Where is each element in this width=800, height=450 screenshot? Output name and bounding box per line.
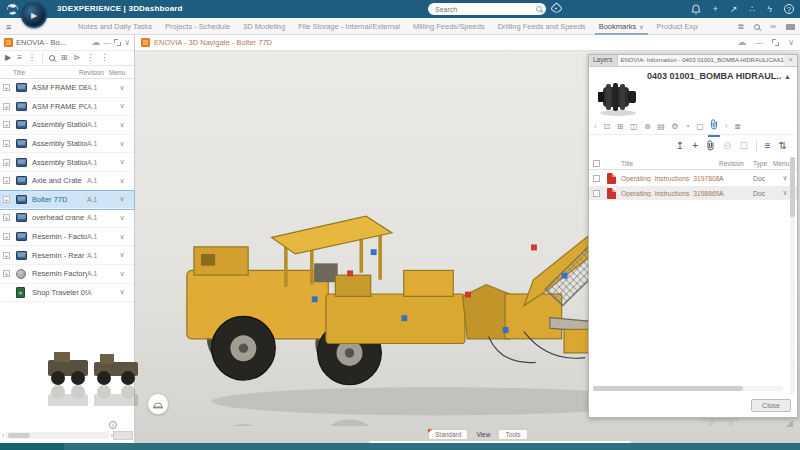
tab-drilling-feeds[interactable]: Drilling Feeds and Speeds xyxy=(498,18,586,35)
expand-icon[interactable]: + xyxy=(3,103,10,110)
table-row[interactable]: + Assembly Station ... A.1 ∨ xyxy=(0,135,134,154)
play-icon[interactable]: ▶ xyxy=(5,54,11,62)
panel-resize-handle[interactable] xyxy=(786,420,793,427)
chat-icon[interactable] xyxy=(786,24,795,30)
tab-tools[interactable]: Tools xyxy=(498,429,527,440)
table-row[interactable]: + Assembly Station ... A.1 ∨ xyxy=(0,153,134,172)
search-input[interactable] xyxy=(435,6,536,13)
expand-icon[interactable]: + xyxy=(3,252,10,259)
table-row[interactable]: Operating_Instructions_31988695 A Doc ∨ xyxy=(589,186,797,200)
tab-file-storage[interactable]: File Storage - Internal/External xyxy=(298,18,400,35)
row-menu-icon[interactable]: ∨ xyxy=(113,102,131,110)
more-icon[interactable]: ⋮ xyxy=(28,54,36,62)
table-row[interactable]: + overhead crane A.1 ∨ xyxy=(0,209,134,228)
minimize-icon[interactable]: — xyxy=(755,39,763,47)
reader-icon[interactable]: ∞ xyxy=(770,22,776,31)
axes-icon[interactable]: ⊛ xyxy=(644,123,651,131)
more-icon[interactable]: ⋮ xyxy=(86,54,94,62)
expand-icon[interactable]: + xyxy=(3,177,10,184)
tab-3d-modeling[interactable]: 3D Modeling xyxy=(243,18,285,35)
attachments-paperclip-icon[interactable] xyxy=(710,119,718,134)
table-row[interactable]: Operating_Instructions_31978088 A Doc ∨ xyxy=(589,171,797,185)
tab-layers[interactable]: Layers xyxy=(589,55,618,66)
table-row[interactable]: + Assembly Station ... A.1 ∨ xyxy=(0,116,134,135)
add-icon[interactable]: + xyxy=(692,141,698,151)
row-menu-icon[interactable]: ∨ xyxy=(113,84,131,92)
tab-view[interactable]: View xyxy=(469,429,497,440)
tab-notes-and-daily-tasks[interactable]: Notes and Daily Tasks xyxy=(78,18,152,35)
table-row-selected[interactable]: + Bolter 77D A.1 ∨ xyxy=(0,191,134,210)
upload-icon[interactable]: ↥ xyxy=(676,141,684,151)
tab-product-explorer[interactable]: Product Explorer xyxy=(657,18,698,35)
row-menu-icon[interactable]: ∨ xyxy=(113,158,131,166)
select-all-checkbox[interactable] xyxy=(593,160,600,167)
lock-icon[interactable]: ⊡ xyxy=(604,123,611,131)
row-menu-icon[interactable]: ∨ xyxy=(113,251,131,259)
table-row[interactable]: + Resemin Factory A.1 ∨ xyxy=(0,265,134,284)
maximize-icon[interactable] xyxy=(772,39,779,46)
tag-icon[interactable] xyxy=(550,2,563,15)
strip-forward-icon[interactable]: › xyxy=(725,122,728,131)
report-icon[interactable]: ▤ xyxy=(657,123,665,131)
expand-icon[interactable]: + xyxy=(3,159,10,166)
history-icon[interactable]: ◔ xyxy=(685,123,690,131)
row-menu-icon[interactable]: ∨ xyxy=(113,270,131,278)
more-icon[interactable]: ⋮ xyxy=(100,54,108,62)
nav-search-icon[interactable] xyxy=(754,24,760,30)
list-view-icon[interactable]: ≡ xyxy=(765,141,771,151)
scroll-left-icon[interactable]: ‹ xyxy=(2,432,4,439)
expand-icon[interactable]: + xyxy=(3,84,10,91)
reserve-icon[interactable]: ⊞ xyxy=(617,123,624,131)
list-view-icon[interactable]: ≡ xyxy=(17,54,22,62)
collapse-icon[interactable]: ▲ xyxy=(781,73,791,80)
settings-gear-icon[interactable]: ⚙ xyxy=(671,123,678,131)
assistant-icon[interactable]: ϟ xyxy=(767,5,772,14)
table-row[interactable]: + Axle and Crate A.1 ∨ xyxy=(0,172,134,191)
window-menu-icon[interactable]: ∨ xyxy=(124,39,130,47)
scrollbar-track[interactable] xyxy=(6,432,108,439)
part-thumbnail[interactable] xyxy=(595,75,641,119)
table-row[interactable]: + ASM FRAME POST... A.1 ∨ xyxy=(0,98,134,117)
global-search[interactable] xyxy=(428,3,546,15)
select-icon[interactable]: ⊳ xyxy=(74,54,81,62)
expand-icon[interactable]: + xyxy=(3,270,10,277)
sort-icon[interactable]: ⇅ xyxy=(779,141,787,151)
row-checkbox[interactable] xyxy=(593,190,600,197)
window-menu-icon[interactable]: ∨ xyxy=(788,39,794,47)
share-icon[interactable]: ↗ xyxy=(730,5,738,14)
3ds-compass-logo[interactable] xyxy=(5,2,20,17)
playlist-icon[interactable]: ≣ xyxy=(738,22,745,31)
strip-back-icon[interactable]: ‹ xyxy=(594,122,597,131)
table-row[interactable]: + Resemin - Factory A.1 ∨ xyxy=(0,228,134,247)
horizontal-scrollbar[interactable] xyxy=(593,386,783,391)
copy-icon[interactable]: ⊡ xyxy=(739,141,747,151)
scrollbar-thumb[interactable] xyxy=(593,386,743,391)
expand-icon[interactable]: + xyxy=(3,140,10,147)
vertical-scrollbar[interactable] xyxy=(790,157,795,395)
scrollbar-thumb[interactable] xyxy=(790,157,795,217)
tab-bookmarks[interactable]: Bookmarks∨ xyxy=(599,18,644,35)
table-row[interactable]: × Shop Traveler 092... A ∨ xyxy=(0,284,134,303)
scrollbar-thumb[interactable] xyxy=(8,433,30,438)
row-menu-icon[interactable]: ∨ xyxy=(113,233,131,241)
attach-file-icon[interactable] xyxy=(706,140,715,153)
list-icon[interactable]: ≣ xyxy=(734,123,741,131)
row-menu-icon[interactable]: ∨ xyxy=(113,195,131,203)
tab-standard[interactable]: Standard xyxy=(428,429,468,440)
tree-search-icon[interactable] xyxy=(49,55,55,61)
expand-icon[interactable]: + xyxy=(3,233,10,240)
table-row[interactable]: + ASM FRAME DELA... A.1 ∨ xyxy=(0,79,134,98)
detach-icon[interactable]: ⊖ xyxy=(723,141,731,151)
stamp-icon[interactable]: ⊞ xyxy=(61,54,68,62)
notifications-icon[interactable] xyxy=(691,4,701,15)
maximize-icon[interactable] xyxy=(114,39,121,46)
menu-icon[interactable]: ≡ xyxy=(6,22,11,32)
tab-projects-schedule[interactable]: Projects - Schedule xyxy=(165,18,230,35)
minimize-icon[interactable]: — xyxy=(103,39,111,47)
user-avatar[interactable]: ▶ xyxy=(21,2,47,28)
info-icon[interactable]: i xyxy=(109,421,117,429)
tab-enovia-information[interactable]: ENOVIA- Information - 0403 01001_BOMBA H… xyxy=(618,55,785,66)
close-icon[interactable]: × xyxy=(784,55,797,66)
add-content-icon[interactable]: + xyxy=(713,5,718,14)
search-icon[interactable] xyxy=(536,6,542,12)
